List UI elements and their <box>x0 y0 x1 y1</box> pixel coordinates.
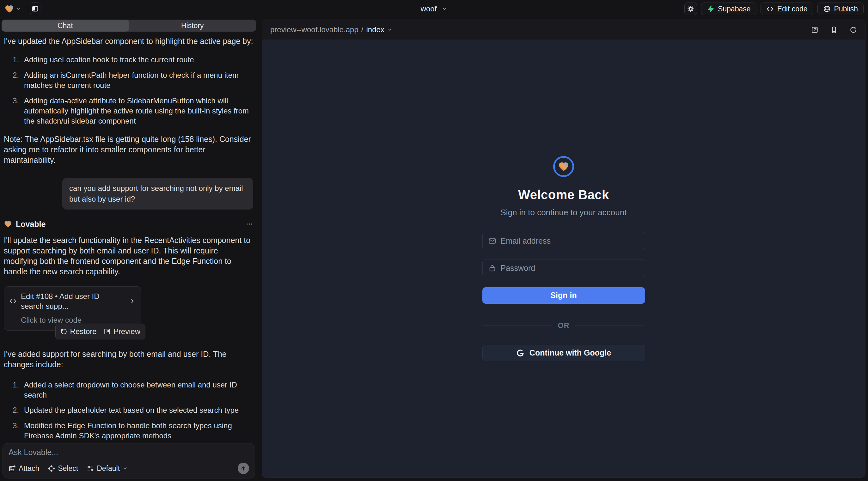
page-subtitle: Sign in to continue to your account <box>501 207 627 218</box>
chevron-down-icon <box>123 466 128 471</box>
google-label: Continue with Google <box>529 348 611 357</box>
path-separator: / <box>361 25 364 34</box>
mode-label: Default <box>97 464 120 473</box>
tab-history-label: History <box>181 22 204 30</box>
mail-icon <box>488 237 496 245</box>
list-item: Adding data-active attribute to SidebarM… <box>13 96 253 126</box>
project-name: woof <box>421 4 437 13</box>
chat-input[interactable] <box>8 448 249 457</box>
or-divider: OR <box>483 321 645 330</box>
lock-icon <box>488 264 496 272</box>
mode-selector[interactable]: Default <box>87 464 128 473</box>
preview-page: index <box>366 25 384 34</box>
preview-panel: preview--woof.lovable.app / index <box>262 20 865 478</box>
or-label: OR <box>558 321 569 330</box>
image-plus-icon <box>8 465 16 472</box>
open-in-new-tab-button[interactable] <box>811 26 818 33</box>
code-icon <box>9 297 17 305</box>
publish-label: Publish <box>834 5 858 13</box>
preview-url: preview--woof.lovable.app <box>270 25 359 34</box>
page-title: Welcome Back <box>518 188 609 202</box>
email-input[interactable] <box>501 236 639 246</box>
user-message-bubble: can you add support for searching not on… <box>62 178 253 209</box>
composer: Attach Select Default <box>3 443 255 478</box>
supabase-icon <box>707 5 714 13</box>
email-field[interactable] <box>483 232 645 250</box>
message-list: I've updated the AppSidebar component to… <box>0 32 258 440</box>
top-bar: woof Supabase Edit code <box>0 0 868 18</box>
assistant-note: Note: The AppSidebar.tsx file is getting… <box>4 134 253 165</box>
chevron-down-icon <box>387 27 392 32</box>
tab-chat[interactable]: Chat <box>2 20 129 32</box>
more-horizontal-icon[interactable] <box>246 220 253 228</box>
supabase-label: Supabase <box>718 5 751 13</box>
assistant-name: Lovable <box>16 219 45 229</box>
gear-icon <box>687 5 694 13</box>
preview-header: preview--woof.lovable.app / index <box>262 20 865 39</box>
external-link-icon <box>104 328 111 335</box>
google-sign-in-button[interactable]: Continue with Google <box>483 345 645 361</box>
preview-viewport: Welcome Back Sign in to continue to your… <box>262 39 865 478</box>
external-link-icon <box>811 26 818 33</box>
list-item: Adding useLocation hook to track the cur… <box>13 55 253 65</box>
assistant-paragraph: I'll update the search functionality in … <box>4 235 253 277</box>
assistant-ordered-list: Adding useLocation hook to track the cur… <box>4 55 253 126</box>
code-icon <box>766 5 774 13</box>
list-item: Updated the placeholder text based on th… <box>13 405 253 415</box>
password-field[interactable] <box>483 259 645 277</box>
app-logo <box>553 156 574 177</box>
assistant-header: Lovable <box>4 219 253 229</box>
lovable-logo-menu[interactable] <box>4 4 21 13</box>
attach-label: Attach <box>19 464 39 473</box>
restore-button[interactable]: Restore <box>60 326 97 336</box>
select-label: Select <box>58 464 78 473</box>
list-item: Modified the Edge Function to handle bot… <box>13 421 253 440</box>
arrow-up-icon <box>240 465 247 472</box>
assistant-ordered-list: Added a select dropdown to choose betwee… <box>4 380 253 440</box>
sidebar-toggle-icon <box>32 5 38 12</box>
assistant-paragraph: I've updated the AppSidebar component to… <box>4 36 253 46</box>
supabase-button[interactable]: Supabase <box>701 3 756 15</box>
edit-card-title: Edit #108 • Add user ID search supp... <box>21 291 121 311</box>
sign-in-button[interactable]: Sign in <box>483 287 645 304</box>
list-item: Added a select dropdown to choose betwee… <box>13 380 253 400</box>
refresh-icon <box>850 26 857 33</box>
send-button[interactable] <box>238 463 249 474</box>
chevron-right-icon <box>129 298 135 304</box>
locate-icon <box>48 465 55 472</box>
preview-label: Preview <box>114 326 141 336</box>
google-g-icon <box>516 349 524 357</box>
tab-history[interactable]: History <box>129 20 256 32</box>
globe-icon <box>823 5 831 13</box>
sliders-icon <box>87 465 94 472</box>
smartphone-icon <box>830 26 838 33</box>
chevron-down-icon <box>16 6 21 11</box>
password-input[interactable] <box>501 263 639 273</box>
heart-logo-icon <box>558 161 569 172</box>
list-item: Adding an isCurrentPath helper function … <box>13 70 253 90</box>
chat-history-tabs: Chat History <box>2 20 256 32</box>
settings-button[interactable] <box>684 3 697 15</box>
edit-code-label: Edit code <box>777 5 808 13</box>
edit-code-button[interactable]: Edit code <box>761 3 813 15</box>
chat-panel: Chat History I've updated the AppSidebar… <box>0 18 258 481</box>
rotate-ccw-icon <box>60 328 67 335</box>
refresh-button[interactable] <box>850 26 857 33</box>
preview-button[interactable]: Preview <box>104 326 141 336</box>
mobile-view-button[interactable] <box>830 26 838 33</box>
tab-chat-label: Chat <box>58 22 73 30</box>
edit-card-wrapper: Edit #108 • Add user ID search supp... C… <box>4 286 141 330</box>
select-button[interactable]: Select <box>48 464 78 473</box>
preview-url-selector[interactable]: preview--woof.lovable.app / index <box>270 25 392 34</box>
assistant-paragraph: I've added support for searching by both… <box>4 349 253 370</box>
attach-button[interactable]: Attach <box>8 464 39 473</box>
chevron-down-icon <box>442 6 447 12</box>
project-selector[interactable]: woof <box>421 4 447 13</box>
lovable-heart-icon <box>4 220 12 228</box>
sign-in-card: Welcome Back Sign in to continue to your… <box>483 156 645 361</box>
lovable-heart-icon <box>4 4 14 13</box>
sidebar-toggle-button[interactable] <box>29 3 41 15</box>
restore-label: Restore <box>70 326 97 336</box>
publish-button[interactable]: Publish <box>817 3 864 15</box>
edit-card-actions: Restore Preview <box>55 324 146 340</box>
